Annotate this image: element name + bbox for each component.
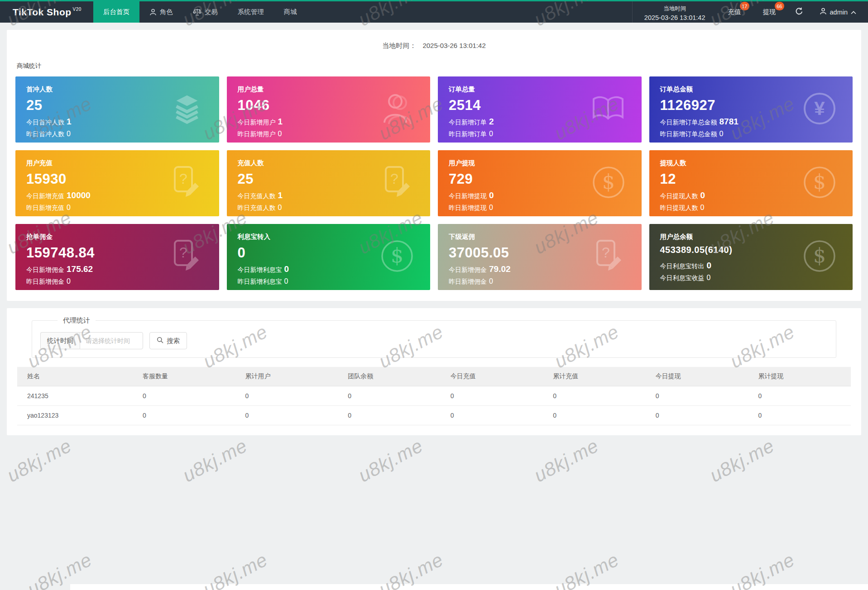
table-cell: 0 xyxy=(748,386,851,406)
stat-card: 订单总量2514今日新增订单2昨日新增订单0 xyxy=(438,76,642,143)
withdraw-badge: 66 xyxy=(775,2,784,10)
nav-item-label: 角色 xyxy=(160,8,173,16)
table-cell: 0 xyxy=(338,406,441,425)
watermark-text: u8kj.me xyxy=(706,435,778,487)
table-cell: 0 xyxy=(543,386,646,406)
table-cell: 0 xyxy=(338,386,441,406)
withdraw-label: 提现 xyxy=(763,8,776,16)
recharge-badge: 17 xyxy=(740,2,749,10)
watermark-text: u8kj.me xyxy=(4,435,76,487)
table-row: yao1231230000000 xyxy=(17,406,851,425)
card-yesterday-line: 昨日充值人数0 xyxy=(238,202,420,214)
dollar-icon: $ xyxy=(802,238,837,276)
svg-text:?: ? xyxy=(390,171,398,187)
nav-item-label: 后台首页 xyxy=(103,8,129,16)
stat-time-input[interactable] xyxy=(80,332,143,349)
nav-items: 后台首页角色交易系统管理商城 xyxy=(93,1,307,23)
column-header: 累计充值 xyxy=(543,367,646,386)
svg-text:$: $ xyxy=(813,170,826,193)
brand-text: TikTok Shop xyxy=(13,7,72,18)
local-time-label: 当地时间： xyxy=(382,42,416,49)
table-cell: 241235 xyxy=(17,386,133,406)
recharge-link[interactable]: 充值 17 xyxy=(717,1,752,23)
stat-card: 用户充值15930今日新增充值10000昨日新增充值0? xyxy=(15,150,219,216)
stat-card: 用户提现729今日新增提现0昨日新增提现0$ xyxy=(438,150,642,216)
stat-card: 充值人数25今日充值人数1昨日充值人数0? xyxy=(227,150,431,216)
withdraw-link[interactable]: 提现 66 xyxy=(752,1,787,23)
watermark-text: u8kj.me xyxy=(531,435,603,487)
search-button-label: 搜索 xyxy=(167,337,180,345)
agent-stats-fieldset: 代理统计 统计时间 搜索 xyxy=(32,316,836,358)
nav-item[interactable]: 后台首页 xyxy=(93,1,139,23)
doc-icon: ? xyxy=(168,164,204,202)
book-icon xyxy=(590,94,626,125)
table-cell: 0 xyxy=(441,406,543,425)
column-header: 团队余额 xyxy=(338,367,441,386)
stat-card: 下级返佣37005.05今日新增佣金79.02昨日新增佣金0? xyxy=(438,224,642,290)
svg-text:?: ? xyxy=(179,244,187,261)
nav-item[interactable]: 角色 xyxy=(139,1,183,23)
table-cell: 0 xyxy=(133,406,235,425)
card-yesterday-line: 昨日提现人数0 xyxy=(660,202,842,214)
nav-item[interactable]: 系统管理 xyxy=(228,1,274,23)
table-row: 2412350000000 xyxy=(17,386,851,406)
brand-version: V20 xyxy=(73,7,82,12)
recharge-label: 充值 xyxy=(728,8,741,16)
svg-text:?: ? xyxy=(179,171,187,187)
card-yesterday-line: 昨日新增利息宝0 xyxy=(238,276,420,287)
column-header: 今日充值 xyxy=(441,367,543,386)
nav-item-label: 商城 xyxy=(284,8,297,16)
nav-item[interactable]: 商城 xyxy=(274,1,307,23)
nav-item-label: 交易 xyxy=(205,8,218,16)
table-cell: 0 xyxy=(748,406,851,425)
card-yesterday-line: 昨日新增充值0 xyxy=(26,202,208,214)
stat-card: 首冲人数25今日首冲人数1昨日首冲人数0 xyxy=(15,76,219,143)
card-yesterday-line: 昨日首冲人数0 xyxy=(26,128,208,140)
agent-stats-panel: 代理统计 统计时间 搜索 姓名客服数量累计用户团队余额今日充值累计充值今日提现累… xyxy=(7,308,861,435)
user-icon xyxy=(379,91,415,128)
refresh-button[interactable] xyxy=(787,1,811,23)
stat-card: 用户总余额453389.05(6140)今日利息宝转出0今日利息宝收益0$ xyxy=(649,224,853,290)
card-yesterday-line: 昨日新增佣金0 xyxy=(26,276,208,287)
admin-menu[interactable]: admin xyxy=(811,1,868,23)
clock-label: 当地时间 xyxy=(644,5,705,13)
svg-text:$: $ xyxy=(602,170,615,193)
table-cell: yao123123 xyxy=(17,406,133,425)
local-time-value: 2025-03-26 13:01:42 xyxy=(422,42,485,49)
layers-icon xyxy=(170,92,204,127)
svg-text:$: $ xyxy=(391,244,403,267)
stat-card: 提现人数12今日提现人数0昨日提现人数0$ xyxy=(649,150,853,216)
doc-icon: ? xyxy=(168,238,204,276)
stat-card: 订单总金额1126927今日新增订单总金额8781昨日新增订单总金额0¥ xyxy=(649,76,853,143)
search-icon xyxy=(157,337,163,345)
column-header: 姓名 xyxy=(17,367,133,386)
agent-stats-title: 代理统计 xyxy=(58,316,96,325)
bottom-strip xyxy=(70,584,868,590)
mall-stats-title: 商城统计 xyxy=(7,55,861,76)
column-header: 客服数量 xyxy=(133,367,235,386)
topbar-right: 当地时间 2025-03-26 13:01:42 充值 17 提现 66 xyxy=(632,1,868,23)
brand-logo[interactable]: TikTok Shop V20 xyxy=(0,1,93,23)
watermark-text: u8kj.me xyxy=(355,435,427,487)
table-cell: 0 xyxy=(543,406,646,425)
card-yesterday-line: 昨日新增提现0 xyxy=(449,202,631,214)
doc-icon: ? xyxy=(590,238,626,276)
refresh-icon xyxy=(795,7,803,17)
stat-time-label: 统计时间 xyxy=(40,332,80,349)
user-icon xyxy=(149,9,157,16)
table-cell: 0 xyxy=(235,406,338,425)
card-yesterday-line: 昨日新增订单总金额0 xyxy=(660,128,842,140)
nav-item[interactable]: 交易 xyxy=(183,1,228,23)
person-icon xyxy=(820,8,827,16)
search-button[interactable]: 搜索 xyxy=(149,332,187,349)
chevron-up-icon xyxy=(851,9,856,16)
stat-card: 抢单佣金159748.84今日新增佣金175.62昨日新增佣金0? xyxy=(15,224,219,290)
header-row: 姓名客服数量累计用户团队余额今日充值累计充值今日提现累计提现 xyxy=(17,367,851,386)
local-time-widget: 当地时间 2025-03-26 13:01:42 xyxy=(632,1,717,23)
nav-item-label: 系统管理 xyxy=(238,8,264,16)
local-time-row: 当地时间： 2025-03-26 13:01:42 xyxy=(7,30,861,55)
column-header: 今日提现 xyxy=(646,367,748,386)
column-header: 累计提现 xyxy=(748,367,851,386)
card-yesterday-line: 昨日新增佣金0 xyxy=(449,276,631,287)
agent-filter-row: 统计时间 搜索 xyxy=(40,332,828,349)
